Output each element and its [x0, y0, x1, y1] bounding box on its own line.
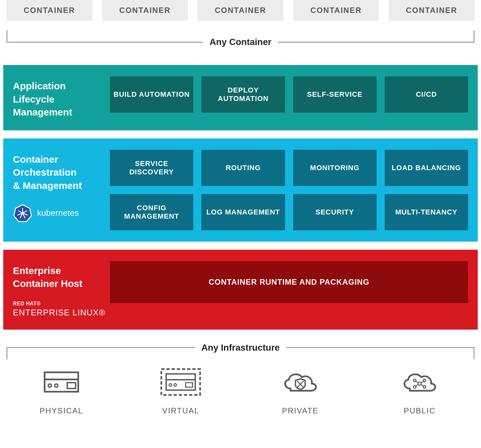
feature-cicd: CI/CD [385, 76, 468, 113]
infra-label: PRIVATE [282, 406, 318, 415]
layer-orchestration: Container Orchestration & Management kub… [3, 138, 478, 242]
infra-virtual: VIRTUAL [126, 366, 236, 415]
redhat-top: RED HAT® [13, 300, 110, 307]
svg-line-29 [416, 385, 418, 386]
svg-rect-19 [186, 383, 193, 387]
container-box: CONTAINER [6, 0, 92, 21]
feature-build-automation: BUILD AUTOMATION [110, 76, 193, 113]
container-row: CONTAINER CONTAINER CONTAINER CONTAINER … [3, 0, 478, 21]
feature-config-management: CONFIG MANAGEMENT [110, 194, 193, 230]
feature-deploy-automation: DEPLOY AUTOMATION [201, 76, 285, 113]
layer-title: Container Orchestration & Management kub… [13, 150, 110, 230]
kubernetes-label: kubernetes [37, 207, 79, 219]
feature-log-management: LOG MANAGEMENT [201, 194, 285, 230]
layer-application-lifecycle: Application Lifecycle Management BUILD A… [3, 65, 478, 130]
svg-point-17 [169, 384, 172, 386]
feature-container-runtime: CONTAINER RUNTIME AND PACKAGING [110, 261, 468, 303]
svg-point-11 [48, 384, 51, 387]
svg-rect-13 [67, 383, 76, 388]
infra-public: PUBLIC [365, 366, 475, 415]
feature-multi-tenancy: MULTI-TENANCY [385, 194, 468, 230]
infrastructure-row: PHYSICAL VIRTUAL PRIVATE [3, 353, 478, 415]
svg-point-23 [413, 379, 416, 382]
layer-enterprise-host: Enterprise Container Host RED HAT® ENTER… [3, 250, 478, 330]
redhat-bottom: ENTERPRISE LINUX® [13, 307, 110, 318]
svg-line-27 [416, 381, 418, 383]
infra-private: PRIVATE [245, 366, 355, 415]
kubernetes-icon [13, 203, 32, 223]
cloud-network-icon [399, 367, 441, 397]
feature-security: SECURITY [293, 194, 377, 230]
svg-point-25 [413, 386, 416, 388]
container-box: CONTAINER [389, 0, 475, 21]
infra-label: PHYSICAL [39, 406, 83, 415]
svg-rect-14 [161, 369, 200, 395]
container-box: CONTAINER [198, 0, 283, 21]
redhat-brand: RED HAT® ENTERPRISE LINUX® [13, 300, 110, 319]
svg-line-28 [421, 381, 423, 383]
feature-routing: ROUTING [201, 150, 285, 186]
kubernetes-brand: kubernetes [13, 203, 110, 223]
feature-service-discovery: SERVICE DISCOVERY [110, 150, 193, 186]
infra-physical: PHYSICAL [6, 366, 116, 415]
svg-point-24 [423, 379, 426, 382]
feature-self-service: SELF-SERVICE [293, 76, 377, 113]
svg-line-30 [421, 385, 423, 386]
svg-point-22 [418, 382, 421, 385]
svg-point-18 [174, 384, 176, 386]
svg-point-26 [423, 386, 426, 388]
bracket-label-text: Any Infrastructure [195, 343, 286, 353]
layer-title: Application Lifecycle Management [13, 76, 110, 119]
any-infrastructure-bracket: Any Infrastructure [3, 343, 478, 353]
infra-label: VIRTUAL [162, 406, 199, 415]
server-icon [42, 369, 81, 395]
feature-monitoring: MONITORING [293, 150, 377, 186]
container-box: CONTAINER [102, 0, 188, 21]
svg-point-12 [55, 384, 58, 387]
container-box: CONTAINER [293, 0, 379, 21]
bracket-label-text: Any Container [203, 37, 278, 47]
virtual-server-icon [160, 367, 202, 397]
layer-title: Enterprise Container Host RED HAT® ENTER… [13, 261, 110, 319]
infra-label: PUBLIC [404, 406, 436, 415]
cloud-shield-icon [279, 367, 321, 397]
feature-load-balancing: LOAD BALANCING [385, 150, 468, 186]
any-container-bracket: Any Container [3, 37, 478, 47]
